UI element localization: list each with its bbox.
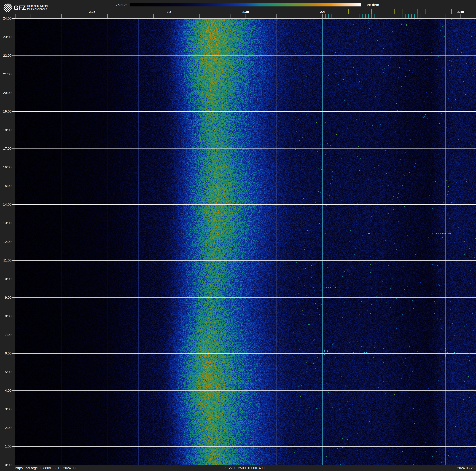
time-tick (12, 223, 15, 223)
time-tick (12, 130, 15, 130)
wifi-channel-tick (418, 9, 418, 14)
freq-major-tick (92, 14, 92, 18)
gfz-subtitle-line2: for Geosciences (27, 8, 48, 11)
dataset-name: 1_2200_2500_10000_40_0 (225, 466, 266, 470)
freq-major-tick (215, 14, 215, 18)
time-tick (12, 167, 15, 167)
ble-channel-tick (344, 14, 344, 18)
time-axis-label: 13:00 (0, 221, 12, 225)
freq-axis-label: 2.35 (242, 10, 249, 14)
ble-channel-tick (365, 14, 366, 18)
wifi-channel-tick (348, 9, 349, 14)
date-label: 2024-06-23 (457, 466, 475, 470)
ble-channel-tick (374, 14, 375, 18)
freq-axis-label: 2.4 (320, 10, 325, 14)
freq-major-tick (307, 14, 307, 18)
ble-channel-tick (350, 14, 350, 18)
freq-major-tick (184, 14, 184, 18)
time-tick (12, 446, 15, 447)
freq-major-tick (322, 14, 323, 18)
spectrogram-canvas (15, 18, 476, 465)
ble-channel-tick (335, 14, 335, 18)
gfz-subtitle: Helmholtz Centre for Geosciences (27, 4, 48, 11)
time-axis-label: 16:00 (0, 165, 12, 169)
ble-channel-tick (402, 14, 402, 18)
time-axis-label: 23:00 (0, 35, 12, 39)
ble-channel-tick (341, 14, 341, 18)
time-tick (12, 465, 15, 465)
ble-channel-tick (411, 14, 412, 18)
ble-channel-tick (408, 14, 408, 18)
ble-channel-tick (368, 14, 369, 18)
time-tick (12, 18, 15, 18)
ble-channel-tick (353, 14, 353, 18)
time-tick (12, 390, 15, 391)
wifi-channel-tick (433, 9, 433, 14)
time-axis-label: 8:00 (0, 314, 12, 318)
doi-link[interactable]: https://doi.org/10.5880/GFZ.1.2.2024.003 (15, 466, 77, 470)
gfz-globe-icon (3, 3, 12, 12)
spectrogram-monitor-page: GFZ Helmholtz Centre for Geosciences -75… (0, 0, 476, 471)
ble-channel-tick (445, 14, 445, 18)
wifi-channel-tick (341, 9, 341, 14)
ble-channel-tick (442, 14, 442, 18)
time-tick (12, 37, 15, 37)
ble-channel-tick (396, 14, 396, 18)
ble-channel-tick (328, 14, 329, 18)
time-axis-label: 1:00 (0, 444, 12, 448)
colorbar-gradient (130, 3, 361, 6)
freq-major-tick (61, 14, 62, 18)
ble-channel-tick (436, 14, 436, 18)
time-axis-label: 10:00 (0, 277, 12, 281)
time-axis-label: 12:00 (0, 240, 12, 244)
time-axis-label: 4:00 (0, 389, 12, 393)
time-tick (12, 111, 15, 112)
time-axis-label: 6:00 (0, 351, 12, 355)
time-axis-label: 5:00 (0, 370, 12, 374)
time-axis-label: 15:00 (0, 184, 12, 188)
freq-major-tick (15, 14, 16, 18)
freq-axis-label: 2.3 (167, 10, 171, 14)
time-tick (12, 55, 15, 56)
time-tick (12, 279, 15, 279)
ble-channel-tick (424, 14, 424, 18)
ble-channel-tick (325, 14, 326, 18)
time-axis-label: 9:00 (0, 296, 12, 300)
wifi-channel-tick (387, 9, 387, 14)
colorbar-max-label: -55 dBm (366, 3, 379, 7)
ble-channel-tick (387, 14, 387, 18)
time-tick (12, 372, 15, 372)
ble-channel-tick (359, 14, 359, 18)
gfz-subtitle-line1: Helmholtz Centre (27, 4, 48, 8)
freq-major-tick (276, 14, 276, 18)
wifi-channel-tick (394, 9, 395, 14)
ble-channel-tick (430, 14, 430, 18)
ble-channel-tick (362, 14, 362, 18)
time-tick (12, 74, 15, 74)
ble-channel-tick (405, 14, 406, 18)
ble-channel-tick (384, 14, 384, 18)
colorbar-min-label: -75 dBm (115, 3, 127, 7)
time-axis-label: 18:00 (0, 128, 12, 132)
ble-channel-tick (439, 14, 439, 18)
time-tick (12, 148, 15, 149)
time-axis-label: 0:00 (0, 463, 12, 467)
ble-channel-tick (427, 14, 427, 18)
ble-channel-tick (418, 14, 418, 18)
time-axis-label: 14:00 (0, 202, 12, 206)
ble-channel-tick (393, 14, 393, 18)
time-tick (12, 242, 15, 242)
time-tick (12, 353, 15, 354)
ble-channel-tick (347, 14, 347, 18)
freq-major-tick (77, 14, 77, 18)
ble-channel-tick (399, 14, 399, 18)
wifi-channel-tick (425, 9, 425, 14)
time-tick (12, 93, 15, 93)
wifi-channel-tick (402, 9, 402, 14)
freq-major-tick (261, 14, 261, 18)
gfz-logo: GFZ Helmholtz Centre for Geosciences (3, 3, 48, 12)
ble-channel-tick (332, 14, 332, 18)
time-axis-label: 21:00 (0, 72, 12, 76)
ble-channel-tick (421, 14, 421, 18)
wifi-channel-tick (372, 9, 372, 14)
